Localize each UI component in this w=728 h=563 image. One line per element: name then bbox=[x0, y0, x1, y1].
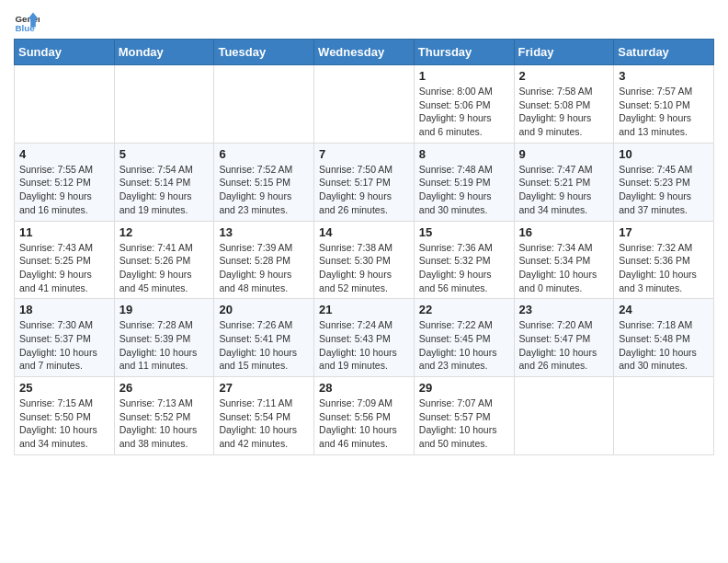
week-row-1: 1Sunrise: 8:00 AM Sunset: 5:06 PM Daylig… bbox=[15, 65, 714, 144]
day-number: 24 bbox=[619, 303, 709, 316]
day-info: Sunrise: 7:57 AM Sunset: 5:10 PM Dayligh… bbox=[619, 85, 709, 139]
calendar-cell: 20Sunrise: 7:26 AM Sunset: 5:41 PM Dayli… bbox=[214, 299, 314, 377]
calendar-cell: 10Sunrise: 7:45 AM Sunset: 5:23 PM Dayli… bbox=[614, 143, 714, 221]
day-info: Sunrise: 7:22 AM Sunset: 5:45 PM Dayligh… bbox=[419, 318, 509, 373]
weekday-wednesday: Wednesday bbox=[314, 40, 415, 65]
day-info: Sunrise: 7:13 AM Sunset: 5:52 PM Dayligh… bbox=[119, 396, 210, 451]
weekday-monday: Monday bbox=[114, 40, 214, 65]
calendar: SundayMondayTuesdayWednesdayThursdayFrid… bbox=[14, 39, 714, 455]
calendar-cell: 5Sunrise: 7:54 AM Sunset: 5:14 PM Daylig… bbox=[114, 143, 214, 221]
day-info: Sunrise: 7:07 AM Sunset: 5:57 PM Dayligh… bbox=[419, 396, 509, 451]
calendar-cell: 13Sunrise: 7:39 AM Sunset: 5:28 PM Dayli… bbox=[214, 221, 314, 299]
week-row-2: 4Sunrise: 7:55 AM Sunset: 5:12 PM Daylig… bbox=[15, 143, 714, 221]
calendar-cell: 7Sunrise: 7:50 AM Sunset: 5:17 PM Daylig… bbox=[314, 143, 415, 221]
day-number: 4 bbox=[19, 147, 109, 161]
day-info: Sunrise: 7:50 AM Sunset: 5:17 PM Dayligh… bbox=[319, 163, 409, 217]
day-number: 9 bbox=[519, 147, 609, 161]
weekday-header-row: SundayMondayTuesdayWednesdayThursdayFrid… bbox=[15, 40, 714, 65]
day-number: 12 bbox=[119, 225, 210, 239]
day-number: 14 bbox=[319, 225, 409, 239]
day-info: Sunrise: 7:09 AM Sunset: 5:56 PM Dayligh… bbox=[319, 396, 409, 451]
calendar-cell: 17Sunrise: 7:32 AM Sunset: 5:36 PM Dayli… bbox=[614, 221, 714, 299]
calendar-cell: 1Sunrise: 8:00 AM Sunset: 5:06 PM Daylig… bbox=[414, 65, 514, 144]
calendar-cell: 8Sunrise: 7:48 AM Sunset: 5:19 PM Daylig… bbox=[414, 143, 514, 221]
day-info: Sunrise: 7:20 AM Sunset: 5:47 PM Dayligh… bbox=[519, 318, 609, 373]
day-info: Sunrise: 7:15 AM Sunset: 5:50 PM Dayligh… bbox=[19, 396, 109, 451]
calendar-cell: 27Sunrise: 7:11 AM Sunset: 5:54 PM Dayli… bbox=[214, 377, 314, 455]
day-info: Sunrise: 8:00 AM Sunset: 5:06 PM Dayligh… bbox=[419, 85, 509, 139]
day-info: Sunrise: 7:34 AM Sunset: 5:34 PM Dayligh… bbox=[519, 241, 609, 295]
day-info: Sunrise: 7:43 AM Sunset: 5:25 PM Dayligh… bbox=[19, 241, 109, 295]
weekday-sunday: Sunday bbox=[15, 40, 115, 65]
day-info: Sunrise: 7:32 AM Sunset: 5:36 PM Dayligh… bbox=[619, 241, 709, 295]
day-number: 3 bbox=[619, 69, 709, 83]
calendar-cell: 22Sunrise: 7:22 AM Sunset: 5:45 PM Dayli… bbox=[414, 299, 514, 377]
calendar-cell: 11Sunrise: 7:43 AM Sunset: 5:25 PM Dayli… bbox=[15, 221, 115, 299]
day-number: 15 bbox=[419, 225, 509, 239]
calendar-cell: 29Sunrise: 7:07 AM Sunset: 5:57 PM Dayli… bbox=[414, 377, 514, 455]
day-number: 21 bbox=[319, 303, 409, 316]
day-number: 2 bbox=[519, 69, 609, 83]
day-number: 17 bbox=[619, 225, 709, 239]
day-number: 28 bbox=[319, 381, 409, 395]
day-number: 16 bbox=[519, 225, 609, 239]
day-info: Sunrise: 7:11 AM Sunset: 5:54 PM Dayligh… bbox=[219, 396, 309, 451]
day-info: Sunrise: 7:45 AM Sunset: 5:23 PM Dayligh… bbox=[619, 163, 709, 217]
day-number: 26 bbox=[119, 381, 210, 395]
week-row-3: 11Sunrise: 7:43 AM Sunset: 5:25 PM Dayli… bbox=[15, 221, 714, 299]
calendar-cell: 24Sunrise: 7:18 AM Sunset: 5:48 PM Dayli… bbox=[614, 299, 714, 377]
day-number: 7 bbox=[319, 147, 409, 161]
calendar-cell: 2Sunrise: 7:58 AM Sunset: 5:08 PM Daylig… bbox=[514, 65, 614, 144]
calendar-cell: 12Sunrise: 7:41 AM Sunset: 5:26 PM Dayli… bbox=[114, 221, 214, 299]
logo: General Blue bbox=[14, 9, 43, 35]
day-info: Sunrise: 7:30 AM Sunset: 5:37 PM Dayligh… bbox=[19, 318, 109, 373]
logo-icon: General Blue bbox=[14, 9, 40, 35]
day-number: 25 bbox=[19, 381, 109, 395]
calendar-cell: 9Sunrise: 7:47 AM Sunset: 5:21 PM Daylig… bbox=[514, 143, 614, 221]
day-number: 18 bbox=[19, 303, 109, 316]
day-info: Sunrise: 7:48 AM Sunset: 5:19 PM Dayligh… bbox=[419, 163, 509, 217]
day-info: Sunrise: 7:26 AM Sunset: 5:41 PM Dayligh… bbox=[219, 318, 309, 373]
day-number: 22 bbox=[419, 303, 509, 316]
calendar-cell: 18Sunrise: 7:30 AM Sunset: 5:37 PM Dayli… bbox=[15, 299, 115, 377]
calendar-cell bbox=[514, 377, 614, 455]
week-row-4: 18Sunrise: 7:30 AM Sunset: 5:37 PM Dayli… bbox=[15, 299, 714, 377]
calendar-cell bbox=[114, 65, 214, 144]
day-info: Sunrise: 7:55 AM Sunset: 5:12 PM Dayligh… bbox=[19, 163, 109, 217]
calendar-cell bbox=[614, 377, 714, 455]
day-number: 1 bbox=[419, 69, 509, 83]
calendar-cell: 16Sunrise: 7:34 AM Sunset: 5:34 PM Dayli… bbox=[514, 221, 614, 299]
day-number: 6 bbox=[219, 147, 309, 161]
day-number: 8 bbox=[419, 147, 509, 161]
calendar-cell: 4Sunrise: 7:55 AM Sunset: 5:12 PM Daylig… bbox=[15, 143, 115, 221]
calendar-cell: 26Sunrise: 7:13 AM Sunset: 5:52 PM Dayli… bbox=[114, 377, 214, 455]
calendar-cell: 21Sunrise: 7:24 AM Sunset: 5:43 PM Dayli… bbox=[314, 299, 415, 377]
day-info: Sunrise: 7:18 AM Sunset: 5:48 PM Dayligh… bbox=[619, 318, 709, 373]
calendar-cell bbox=[15, 65, 115, 144]
day-number: 20 bbox=[219, 303, 309, 316]
weekday-saturday: Saturday bbox=[614, 40, 714, 65]
calendar-cell bbox=[214, 65, 314, 144]
day-number: 11 bbox=[19, 225, 109, 239]
header: General Blue bbox=[14, 9, 714, 35]
calendar-cell: 15Sunrise: 7:36 AM Sunset: 5:32 PM Dayli… bbox=[414, 221, 514, 299]
calendar-cell: 25Sunrise: 7:15 AM Sunset: 5:50 PM Dayli… bbox=[15, 377, 115, 455]
calendar-cell: 19Sunrise: 7:28 AM Sunset: 5:39 PM Dayli… bbox=[114, 299, 214, 377]
weekday-thursday: Thursday bbox=[414, 40, 514, 65]
day-info: Sunrise: 7:58 AM Sunset: 5:08 PM Dayligh… bbox=[519, 85, 609, 139]
calendar-cell: 6Sunrise: 7:52 AM Sunset: 5:15 PM Daylig… bbox=[214, 143, 314, 221]
day-number: 29 bbox=[419, 381, 509, 395]
calendar-cell: 3Sunrise: 7:57 AM Sunset: 5:10 PM Daylig… bbox=[614, 65, 714, 144]
day-info: Sunrise: 7:47 AM Sunset: 5:21 PM Dayligh… bbox=[519, 163, 609, 217]
calendar-cell: 28Sunrise: 7:09 AM Sunset: 5:56 PM Dayli… bbox=[314, 377, 415, 455]
day-number: 27 bbox=[219, 381, 309, 395]
calendar-cell: 23Sunrise: 7:20 AM Sunset: 5:47 PM Dayli… bbox=[514, 299, 614, 377]
day-number: 10 bbox=[619, 147, 709, 161]
day-number: 23 bbox=[519, 303, 609, 316]
weekday-tuesday: Tuesday bbox=[214, 40, 314, 65]
day-number: 19 bbox=[119, 303, 210, 316]
day-info: Sunrise: 7:54 AM Sunset: 5:14 PM Dayligh… bbox=[119, 163, 210, 217]
day-info: Sunrise: 7:38 AM Sunset: 5:30 PM Dayligh… bbox=[319, 241, 409, 295]
day-info: Sunrise: 7:41 AM Sunset: 5:26 PM Dayligh… bbox=[119, 241, 210, 295]
weekday-friday: Friday bbox=[514, 40, 614, 65]
